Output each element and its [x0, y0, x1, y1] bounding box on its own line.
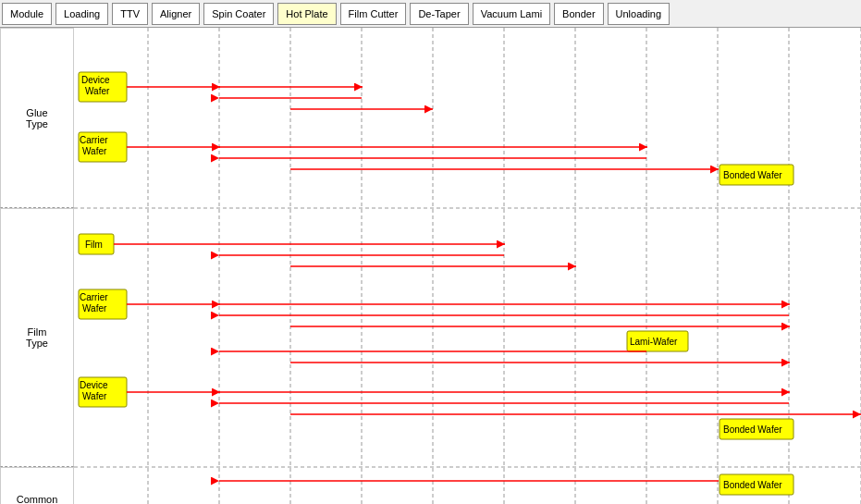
label-glue-type: GlueType [0, 28, 74, 208]
flow-diagram: Device Wafer Carrier Wafer Bonde [74, 28, 861, 504]
svg-text:Film: Film [85, 240, 103, 250]
header-tabs: Module Loading TTV Aligner Spin Coater H… [0, 0, 861, 28]
label-film-type: FilmType [0, 208, 74, 467]
tab-vacuumlami[interactable]: Vacuum Lami [473, 3, 550, 25]
svg-text:Carrier: Carrier [80, 135, 108, 145]
svg-text:Wafer: Wafer [82, 303, 107, 313]
svg-text:Wafer: Wafer [82, 391, 107, 401]
svg-text:Lami-Wafer: Lami-Wafer [630, 337, 678, 347]
tab-module[interactable]: Module [2, 3, 52, 25]
main-container: Module Loading TTV Aligner Spin Coater H… [0, 0, 861, 504]
tab-unloading[interactable]: Unloading [608, 3, 670, 25]
left-labels: GlueType FilmType Common [0, 28, 74, 504]
svg-text:Device: Device [81, 75, 110, 85]
svg-text:Wafer: Wafer [85, 86, 110, 96]
tab-detaper[interactable]: De-Taper [410, 3, 468, 25]
tab-filmcutter[interactable]: Film Cutter [340, 3, 407, 25]
svg-text:Bonded Wafer: Bonded Wafer [723, 170, 782, 180]
tab-aligner[interactable]: Aligner [152, 3, 200, 25]
diagram-area: GlueType FilmType Common [0, 28, 861, 504]
svg-text:Wafer: Wafer [82, 146, 107, 156]
tab-bonder[interactable]: Bonder [554, 3, 603, 25]
tab-hotplate[interactable]: Hot Plate [277, 3, 336, 25]
svg-text:Bonded Wafer: Bonded Wafer [723, 424, 782, 435]
label-common: Common [0, 467, 74, 504]
tab-ttv[interactable]: TTV [112, 3, 148, 25]
tab-spincoater[interactable]: Spin Coater [203, 3, 274, 25]
svg-text:Device: Device [80, 380, 108, 390]
svg-text:Carrier: Carrier [80, 292, 108, 302]
tab-loading[interactable]: Loading [55, 3, 108, 25]
svg-text:Bonded Wafer: Bonded Wafer [723, 480, 782, 490]
